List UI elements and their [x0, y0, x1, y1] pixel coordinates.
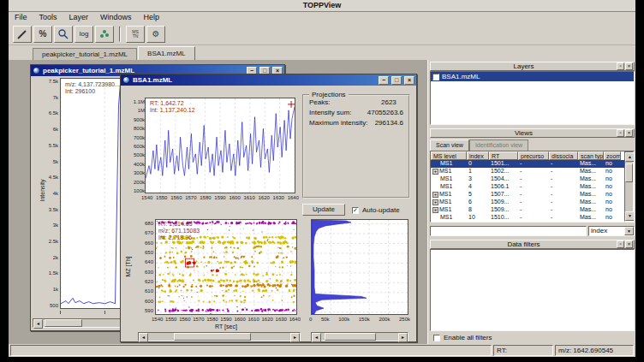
filter-column-combobox[interactable]: index ▼ [588, 226, 635, 236]
projection-plot[interactable] [311, 219, 408, 315]
close-icon[interactable]: × [625, 240, 633, 248]
scroll-track[interactable] [321, 333, 398, 341]
tick-label: 630 [145, 270, 153, 275]
file-gear-icon[interactable]: ⚙ [146, 26, 165, 43]
column-header-index[interactable]: index [467, 151, 489, 160]
tab-scan-view[interactable]: Scan view [430, 139, 469, 151]
zoom-icon[interactable] [54, 26, 73, 43]
scroll-right-icon[interactable]: ► [398, 333, 408, 342]
scroll-left-icon[interactable]: ◄ [312, 333, 321, 342]
tree-expand-icon[interactable]: + [432, 199, 438, 205]
app-titlebar[interactable]: TOPPView [9, 0, 635, 12]
menu-item-tools[interactable]: Tools [33, 12, 63, 23]
table-row[interactable]: +MS161509...--Mas...no [431, 199, 624, 206]
table-cell: MS1 [431, 214, 467, 222]
table-row[interactable]: MS1101510...--Mas...no [431, 214, 624, 222]
update-button[interactable]: Update [302, 204, 345, 216]
float-icon[interactable]: ▫ [617, 129, 624, 137]
tick-label: 200k [134, 180, 145, 185]
tick-label: 700k [134, 135, 145, 140]
scroll-up-icon[interactable]: ▲ [625, 152, 635, 162]
peak-picker-icon[interactable] [95, 26, 114, 43]
menu-item-file[interactable]: File [9, 12, 33, 23]
tab-BSA1.mzML[interactable]: BSA1.mzML [138, 46, 194, 60]
table-cell: - [518, 175, 549, 183]
table-row[interactable]: MS141506.1--Mas...no [431, 183, 624, 191]
tree-expand-icon[interactable]: + [432, 207, 438, 213]
scroll-down-icon[interactable]: ▼ [625, 211, 635, 221]
layers-panel: Layers ▫ × ✓ BSA1.mzML [430, 62, 635, 125]
data-filters-list[interactable] [430, 249, 635, 331]
y-axis-ticks: 1.1M1M900k800k700k600k500k400k300k200k10… [124, 99, 145, 193]
close-button[interactable]: × [404, 76, 414, 85]
map-horizontal-scrollbar[interactable]: ◄ ► [138, 332, 301, 341]
table-cell: 5 [467, 191, 489, 199]
table-search-input[interactable] [430, 226, 587, 236]
scroll-thumb[interactable] [45, 319, 82, 327]
child-window-bsa1[interactable]: BSA1.mzML − □ × RT: 1,642.72 Int: 1,137,… [120, 74, 417, 342]
scroll-thumb[interactable] [174, 333, 251, 341]
tick-label: 6k [53, 127, 58, 132]
table-cell: no [604, 183, 621, 191]
menu-item-layer[interactable]: Layer [63, 12, 95, 23]
menu-item-windows[interactable]: Windows [94, 12, 138, 23]
layers-list[interactable]: ✓ BSA1.mzML [430, 71, 635, 125]
float-icon[interactable]: ▫ [617, 62, 624, 70]
tab-identification-view[interactable]: Identification view [469, 139, 528, 151]
column-header-zoom[interactable]: zoom [604, 151, 621, 160]
scroll-thumb[interactable] [325, 333, 376, 341]
menu-item-help[interactable]: Help [138, 12, 166, 23]
table-cell: no [604, 191, 621, 199]
enable-all-filters-checkbox[interactable]: Enable all filters [433, 334, 492, 341]
close-icon[interactable]: × [625, 129, 633, 137]
tick-label: 1610 [247, 317, 259, 323]
maximize-button[interactable]: □ [391, 76, 402, 85]
panel-header[interactable]: Views ▫ × [430, 128, 635, 138]
column-header-RT[interactable]: RT [489, 151, 518, 160]
minimize-button[interactable]: − [379, 76, 389, 85]
table-row[interactable]: +MS151507...--Mas...no [431, 191, 624, 199]
panel-header[interactable]: Data filters ▫ × [430, 240, 635, 249]
cell-text: MS1 [439, 191, 451, 199]
intensity-percent-icon[interactable]: % [33, 26, 52, 43]
window-titlebar[interactable]: BSA1.mzML − □ × [121, 74, 416, 86]
scroll-left-icon[interactable]: ◄ [139, 333, 148, 342]
tab-peakpicker_tutorial_1.mzML[interactable]: peakpicker_tutorial_1.mzML [33, 48, 137, 60]
scroll-right-icon[interactable]: ► [290, 333, 300, 342]
layer-checkbox[interactable]: ✓ [432, 74, 439, 80]
scroll-track[interactable] [148, 333, 290, 341]
tick-label: 620 [145, 279, 153, 284]
table-row[interactable]: MS131504...--Mas...no [431, 175, 624, 183]
log-scale-button[interactable]: log [75, 26, 93, 43]
float-icon[interactable]: ▫ [617, 240, 624, 248]
panel-header[interactable]: Layers ▫ × [430, 62, 635, 71]
combobox-value: index [589, 227, 624, 234]
close-icon[interactable]: × [625, 62, 633, 70]
checkbox-icon[interactable] [433, 335, 440, 341]
projection-horizontal-scrollbar[interactable]: ◄ ► [311, 332, 408, 341]
table-row[interactable]: +MS181509...--Mas...no [431, 206, 624, 214]
scan-table[interactable]: MS levelindexRTprecursodissociascan typz… [430, 151, 635, 223]
dock-area: Layers ▫ × ✓ BSA1.mzML Views ▫ × Scan vi… [427, 60, 635, 344]
scroll-thumb[interactable] [625, 163, 633, 182]
tree-expand-icon[interactable]: + [432, 169, 438, 175]
scroll-track[interactable] [625, 162, 633, 211]
column-header-dissocia[interactable]: dissocia [549, 151, 578, 160]
column-header-MSlevel[interactable]: MS level [431, 151, 467, 160]
topp-tools-button[interactable]: MS TN [126, 26, 145, 43]
column-header-precurso[interactable]: precurso [518, 151, 549, 160]
auto-update-checkbox[interactable]: ✓ Auto-update [352, 206, 400, 214]
table-row[interactable]: +MS111502...--Mas...no [431, 168, 624, 175]
pencil-icon[interactable] [13, 26, 32, 43]
table-vertical-scrollbar[interactable]: ▲ ▼ [624, 151, 634, 222]
checkbox-icon[interactable]: ✓ [352, 207, 359, 214]
table-row[interactable]: MS101501...--Mas...no [431, 160, 624, 168]
stat-label: Intensity sum: [309, 109, 367, 116]
chevron-down-icon[interactable]: ▼ [624, 227, 634, 235]
toppview-icon [122, 76, 130, 84]
tree-expand-icon[interactable]: + [432, 192, 438, 198]
toolbar: %logMS TN⚙ [9, 23, 635, 45]
scroll-left-icon[interactable]: ◄ [33, 319, 43, 329]
column-header-scantyp[interactable]: scan typ [578, 151, 604, 160]
layer-item[interactable]: ✓ BSA1.mzML [431, 72, 634, 81]
